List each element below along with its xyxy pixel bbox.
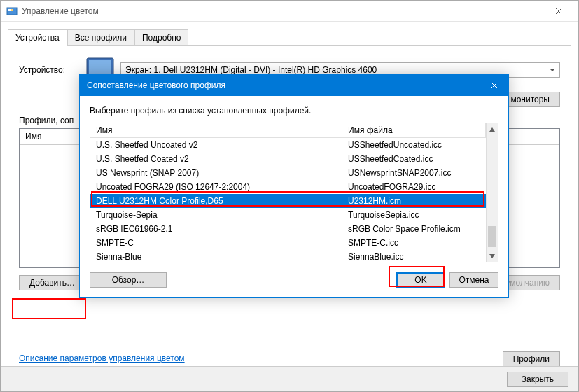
ok-button[interactable]: OK — [396, 272, 445, 288]
profile-name: US Newsprint (SNAP 2007) — [90, 168, 342, 178]
profile-name: SMPTE-C — [90, 238, 342, 248]
profile-file: SMPTE-C.icc — [342, 238, 486, 248]
profile-row[interactable]: Turquoise-SepiaTurquoiseSepia.icc — [90, 208, 486, 222]
profile-row[interactable]: U.S. Sheetfed Uncoated v2USSheetfedUncoa… — [90, 138, 486, 152]
profile-name: Turquoise-Sepia — [90, 210, 342, 220]
profile-name: Uncoated FOGRA29 (ISO 12647-2:2004) — [90, 182, 342, 192]
scroll-up-icon[interactable] — [487, 123, 498, 135]
profile-file: sRGB Color Space Profile.icm — [342, 224, 486, 234]
modal-close-icon[interactable] — [480, 75, 508, 96]
profile-name: sRGB IEC61966-2.1 — [90, 224, 342, 234]
profile-name: U.S. Sheetfed Coated v2 — [90, 154, 342, 164]
profile-file: USNewsprintSNAP2007.icc — [342, 168, 486, 178]
profile-file: U2312HM.icm — [342, 196, 486, 206]
scroll-thumb[interactable] — [488, 226, 496, 247]
advanced-link[interactable]: Описание параметров управления цветом — [19, 354, 185, 363]
profile-row[interactable]: sRGB IEC61966-2.1sRGB Color Space Profil… — [90, 222, 486, 236]
profile-row[interactable]: Sienna-BlueSiennaBlue.icc — [90, 250, 486, 262]
profile-list: Имя Имя файла U.S. Sheetfed Uncoated v2U… — [90, 122, 498, 262]
modal-title: Сопоставление цветового профиля — [87, 80, 480, 90]
scroll-down-icon[interactable] — [487, 250, 498, 262]
svg-rect-2 — [11, 9, 13, 11]
main-titlebar: Управление цветом — [1, 1, 578, 22]
profile-name: U.S. Sheetfed Uncoated v2 — [90, 140, 342, 150]
scroll-track[interactable] — [487, 135, 498, 250]
tab-advanced[interactable]: Подробно — [134, 29, 189, 46]
close-button[interactable]: Закрыть — [507, 372, 568, 387]
profile-name: DELL U2312HM Color Profile,D65 — [90, 196, 342, 206]
close-icon[interactable] — [545, 1, 573, 21]
profile-file: UncoatedFOGRA29.icc — [342, 182, 486, 192]
device-label: Устройство: — [19, 65, 85, 75]
col-header-name[interactable]: Имя — [90, 123, 342, 138]
tab-devices[interactable]: Устройства — [8, 29, 67, 46]
profile-file: USSheetfedCoated.icc — [342, 154, 486, 164]
device-selected: Экран: 1. Dell U2312HM (Digital - DVI) -… — [125, 65, 377, 75]
tab-strip: Устройства Все профили Подробно — [1, 22, 578, 46]
window-footer: Закрыть — [1, 366, 578, 391]
add-button[interactable]: Добавить… — [19, 275, 85, 290]
profile-file: USSheetfedUncoated.icc — [342, 140, 486, 150]
profile-row[interactable]: SMPTE-CSMPTE-C.icc — [90, 236, 486, 250]
tab-all-profiles[interactable]: Все профили — [67, 29, 134, 46]
profile-row[interactable]: US Newsprint (SNAP 2007)USNewsprintSNAP2… — [90, 166, 486, 180]
modal-titlebar: Сопоставление цветового профиля — [80, 75, 508, 96]
browse-button[interactable]: Обзор… — [90, 272, 167, 288]
identify-monitors-button[interactable]: мониторы — [500, 92, 560, 107]
profile-row[interactable]: DELL U2312HM Color Profile,D65U2312HM.ic… — [90, 194, 486, 208]
profile-row[interactable]: U.S. Sheetfed Coated v2USSheetfedCoated.… — [90, 152, 486, 166]
scrollbar[interactable] — [486, 123, 498, 262]
cancel-button[interactable]: Отмена — [449, 272, 498, 288]
modal-instruction: Выберите профиль из списка установленных… — [90, 106, 498, 115]
profile-row[interactable]: Uncoated FOGRA29 (ISO 12647-2:2004)Uncoa… — [90, 180, 486, 194]
svg-rect-4 — [89, 60, 111, 74]
col-header-file[interactable]: Имя файла — [342, 123, 486, 138]
profiles-button[interactable]: Профили — [503, 351, 560, 367]
app-icon — [6, 6, 18, 17]
svg-rect-1 — [8, 9, 11, 11]
associate-profile-dialog: Сопоставление цветового профиля Выберите… — [79, 74, 509, 298]
profile-file: SiennaBlue.icc — [342, 252, 486, 262]
profile-name: Sienna-Blue — [90, 252, 342, 262]
window-title: Управление цветом — [22, 6, 545, 16]
profile-file: TurquoiseSepia.icc — [342, 210, 486, 220]
